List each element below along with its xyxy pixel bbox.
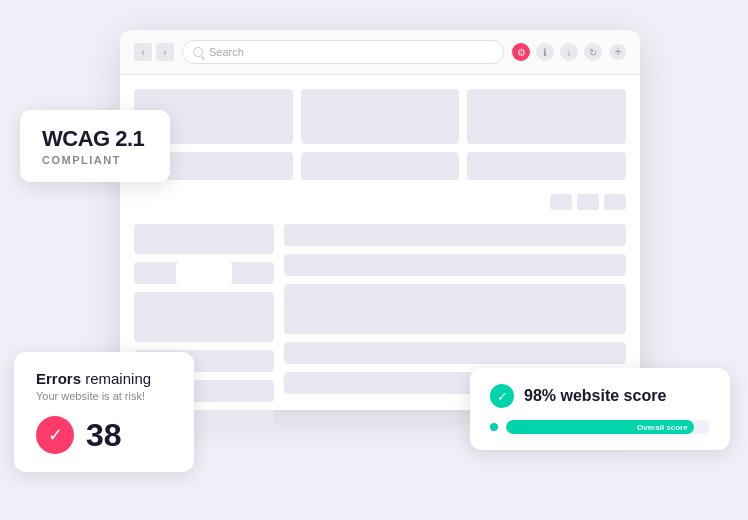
browser-toolbar: ‹ › Search ⚙ ℹ ↓ ↻ +: [120, 30, 640, 75]
forward-icon: ›: [163, 47, 166, 58]
small-block-2: [577, 194, 599, 210]
new-tab-button[interactable]: +: [610, 44, 626, 60]
errors-subtitle: Your website is at risk!: [36, 390, 172, 402]
small-block-1: [550, 194, 572, 210]
score-dot: [490, 423, 498, 431]
accessibility-icon[interactable]: ⚙: [512, 43, 530, 61]
refresh-icon[interactable]: ↻: [584, 43, 602, 61]
plus-icon: +: [614, 45, 621, 59]
main-lower-block-1: [284, 224, 626, 246]
errors-check-icon: ✓: [36, 416, 74, 454]
info-icon[interactable]: ℹ: [536, 43, 554, 61]
score-header: ✓ 98% website score: [490, 384, 710, 408]
content-block-6: [467, 152, 626, 180]
sidebar-block-3: [134, 292, 274, 342]
content-block-5: [301, 152, 460, 180]
info-symbol: ℹ: [543, 47, 547, 58]
score-check-icon: ✓: [490, 384, 514, 408]
score-label: website score: [556, 387, 666, 404]
forward-button[interactable]: ›: [156, 43, 174, 61]
sidebar-block-1: [134, 224, 274, 254]
search-text: Search: [209, 46, 244, 58]
errors-count-row: ✓ 38: [36, 416, 172, 454]
browser-content-top: [120, 75, 640, 194]
errors-number: 38: [86, 417, 122, 454]
download-icon[interactable]: ↓: [560, 43, 578, 61]
back-icon: ‹: [141, 47, 144, 58]
score-bar-row: Overall score: [490, 420, 710, 434]
back-button[interactable]: ‹: [134, 43, 152, 61]
download-symbol: ↓: [567, 47, 572, 58]
content-block-2: [301, 89, 460, 144]
score-bar-fill: Overall score: [506, 420, 694, 434]
score-bar-label: Overall score: [637, 423, 688, 432]
accessibility-symbol: ⚙: [517, 47, 526, 58]
content-block-3: [467, 89, 626, 144]
browser-nav-buttons: ‹ ›: [134, 43, 174, 61]
wcag-badge: WCAG 2.1 COMPLIANT: [20, 110, 170, 182]
errors-title: Errors remaining: [36, 370, 172, 387]
score-check-symbol: ✓: [497, 389, 508, 404]
check-symbol: ✓: [48, 424, 63, 446]
score-card: ✓ 98% website score Overall score: [470, 368, 730, 450]
main-lower-block-3: [284, 284, 626, 334]
search-icon: [193, 47, 203, 57]
errors-bold: Errors: [36, 370, 81, 387]
errors-rest: remaining: [81, 370, 151, 387]
score-title: 98% website score: [524, 387, 666, 405]
browser-action-icons: ⚙ ℹ ↓ ↻: [512, 43, 602, 61]
wcag-title: WCAG 2.1: [42, 126, 148, 152]
main-lower-block-2: [284, 254, 626, 276]
main-lower-block-4: [284, 342, 626, 364]
sidebar-block-2: [134, 262, 274, 284]
browser-content-middle: [120, 194, 640, 216]
browser-mockup: ‹ › Search ⚙ ℹ ↓ ↻ +: [120, 30, 640, 410]
refresh-symbol: ↻: [589, 47, 597, 58]
address-bar[interactable]: Search: [182, 40, 504, 64]
errors-badge: Errors remaining Your website is at risk…: [14, 352, 194, 472]
score-percent: 98%: [524, 387, 556, 404]
wcag-subtitle: COMPLIANT: [42, 154, 148, 166]
score-bar-container: Overall score: [506, 420, 710, 434]
small-block-3: [604, 194, 626, 210]
